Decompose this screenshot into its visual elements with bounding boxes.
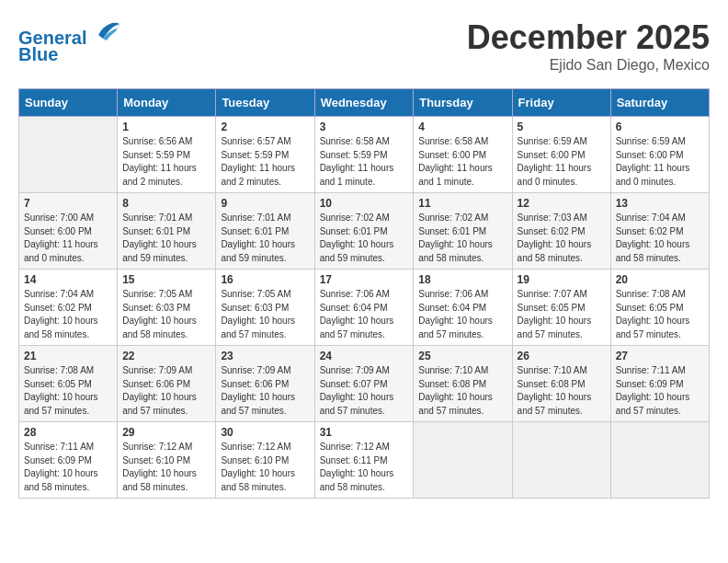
calendar-cell: 4Sunrise: 6:58 AMSunset: 6:00 PMDaylight… <box>414 117 512 193</box>
day-number: 25 <box>418 350 506 362</box>
calendar-cell: 31Sunrise: 7:12 AMSunset: 6:11 PMDayligh… <box>314 422 414 499</box>
day-number: 10 <box>320 197 409 210</box>
calendar-week-row: 14Sunrise: 7:04 AMSunset: 6:02 PMDayligh… <box>19 270 710 346</box>
column-header-friday: Friday <box>512 89 610 117</box>
calendar-cell: 21Sunrise: 7:08 AMSunset: 6:05 PMDayligh… <box>19 346 118 422</box>
day-number: 23 <box>221 350 309 362</box>
day-number: 4 <box>418 121 506 133</box>
day-info: Sunrise: 7:02 AMSunset: 6:01 PMDaylight:… <box>418 212 506 265</box>
day-info: Sunrise: 7:08 AMSunset: 6:05 PMDaylight:… <box>24 364 112 418</box>
day-info: Sunrise: 7:06 AMSunset: 6:04 PMDaylight:… <box>418 288 506 341</box>
logo: General Blue <box>18 18 121 64</box>
calendar-table: SundayMondayTuesdayWednesdayThursdayFrid… <box>18 88 710 499</box>
day-info: Sunrise: 7:10 AMSunset: 6:08 PMDaylight:… <box>418 364 506 418</box>
day-info: Sunrise: 6:59 AMSunset: 6:00 PMDaylight:… <box>518 135 606 189</box>
day-info: Sunrise: 7:10 AMSunset: 6:08 PMDaylight:… <box>518 364 606 418</box>
calendar-cell: 1Sunrise: 6:56 AMSunset: 5:59 PMDaylight… <box>118 117 216 193</box>
day-info: Sunrise: 7:02 AMSunset: 6:01 PMDaylight:… <box>320 212 409 265</box>
calendar-cell: 10Sunrise: 7:02 AMSunset: 6:01 PMDayligh… <box>314 193 414 270</box>
day-number: 31 <box>320 426 409 439</box>
day-number: 6 <box>616 121 704 133</box>
day-number: 16 <box>221 273 309 286</box>
day-number: 21 <box>24 350 112 362</box>
calendar-cell: 6Sunrise: 6:59 AMSunset: 6:00 PMDaylight… <box>610 117 709 193</box>
day-number: 27 <box>616 350 704 362</box>
day-number: 18 <box>418 273 506 286</box>
day-info: Sunrise: 6:56 AMSunset: 5:59 PMDaylight:… <box>122 135 210 189</box>
calendar-week-row: 28Sunrise: 7:11 AMSunset: 6:09 PMDayligh… <box>19 422 710 499</box>
column-header-saturday: Saturday <box>610 89 709 117</box>
column-header-thursday: Thursday <box>414 89 512 117</box>
day-number: 17 <box>320 273 409 286</box>
logo-blue: Blue <box>18 44 58 64</box>
column-header-monday: Monday <box>118 89 216 117</box>
calendar-cell <box>610 422 709 499</box>
title-block: December 2025 Ejido San Diego, Mexico <box>467 18 710 74</box>
calendar-cell <box>414 422 512 499</box>
calendar-week-row: 21Sunrise: 7:08 AMSunset: 6:05 PMDayligh… <box>19 346 710 422</box>
day-info: Sunrise: 7:11 AMSunset: 6:09 PMDaylight:… <box>24 441 112 494</box>
calendar-cell: 25Sunrise: 7:10 AMSunset: 6:08 PMDayligh… <box>414 346 512 422</box>
day-number: 30 <box>221 426 309 439</box>
calendar-cell: 15Sunrise: 7:05 AMSunset: 6:03 PMDayligh… <box>118 270 216 346</box>
day-number: 29 <box>122 426 210 439</box>
column-header-wednesday: Wednesday <box>314 89 414 117</box>
calendar-header-row: SundayMondayTuesdayWednesdayThursdayFrid… <box>19 89 710 117</box>
day-info: Sunrise: 7:04 AMSunset: 6:02 PMDaylight:… <box>616 212 704 265</box>
day-number: 2 <box>221 121 309 133</box>
calendar-week-row: 1Sunrise: 6:56 AMSunset: 5:59 PMDaylight… <box>19 117 710 193</box>
day-info: Sunrise: 7:07 AMSunset: 6:05 PMDaylight:… <box>518 288 606 341</box>
day-number: 14 <box>24 273 112 286</box>
day-info: Sunrise: 7:03 AMSunset: 6:02 PMDaylight:… <box>518 212 606 265</box>
day-info: Sunrise: 7:09 AMSunset: 6:06 PMDaylight:… <box>221 364 309 418</box>
day-number: 20 <box>616 273 704 286</box>
day-number: 9 <box>221 197 309 210</box>
day-info: Sunrise: 7:05 AMSunset: 6:03 PMDaylight:… <box>221 288 309 341</box>
logo-bird-icon <box>94 18 121 44</box>
calendar-cell: 17Sunrise: 7:06 AMSunset: 6:04 PMDayligh… <box>314 270 414 346</box>
day-info: Sunrise: 7:11 AMSunset: 6:09 PMDaylight:… <box>616 364 704 418</box>
day-info: Sunrise: 7:01 AMSunset: 6:01 PMDaylight:… <box>221 212 309 265</box>
calendar-cell: 18Sunrise: 7:06 AMSunset: 6:04 PMDayligh… <box>414 270 512 346</box>
day-number: 28 <box>24 426 112 439</box>
day-info: Sunrise: 7:01 AMSunset: 6:01 PMDaylight:… <box>122 212 210 265</box>
day-info: Sunrise: 7:04 AMSunset: 6:02 PMDaylight:… <box>24 288 112 341</box>
day-info: Sunrise: 7:12 AMSunset: 6:11 PMDaylight:… <box>320 441 409 494</box>
day-info: Sunrise: 6:58 AMSunset: 6:00 PMDaylight:… <box>418 135 506 189</box>
calendar-cell: 13Sunrise: 7:04 AMSunset: 6:02 PMDayligh… <box>610 193 709 270</box>
calendar-cell: 26Sunrise: 7:10 AMSunset: 6:08 PMDayligh… <box>512 346 610 422</box>
day-info: Sunrise: 6:59 AMSunset: 6:00 PMDaylight:… <box>616 135 704 189</box>
day-info: Sunrise: 7:12 AMSunset: 6:10 PMDaylight:… <box>221 441 309 494</box>
calendar-cell: 2Sunrise: 6:57 AMSunset: 5:59 PMDaylight… <box>216 117 314 193</box>
location-subtitle: Ejido San Diego, Mexico <box>467 57 710 74</box>
day-number: 3 <box>320 121 409 133</box>
day-number: 7 <box>24 197 112 210</box>
day-number: 19 <box>518 273 606 286</box>
day-info: Sunrise: 7:12 AMSunset: 6:10 PMDaylight:… <box>122 441 210 494</box>
calendar-cell: 28Sunrise: 7:11 AMSunset: 6:09 PMDayligh… <box>19 422 118 499</box>
calendar-cell: 16Sunrise: 7:05 AMSunset: 6:03 PMDayligh… <box>216 270 314 346</box>
day-info: Sunrise: 6:58 AMSunset: 5:59 PMDaylight:… <box>320 135 409 189</box>
day-info: Sunrise: 6:57 AMSunset: 5:59 PMDaylight:… <box>221 135 309 189</box>
calendar-cell: 12Sunrise: 7:03 AMSunset: 6:02 PMDayligh… <box>512 193 610 270</box>
day-number: 22 <box>122 350 210 362</box>
day-info: Sunrise: 7:00 AMSunset: 6:00 PMDaylight:… <box>24 212 112 265</box>
day-number: 26 <box>518 350 606 362</box>
calendar-cell <box>512 422 610 499</box>
day-info: Sunrise: 7:08 AMSunset: 6:05 PMDaylight:… <box>616 288 704 341</box>
calendar-cell: 29Sunrise: 7:12 AMSunset: 6:10 PMDayligh… <box>118 422 216 499</box>
calendar-cell: 9Sunrise: 7:01 AMSunset: 6:01 PMDaylight… <box>216 193 314 270</box>
month-title: December 2025 <box>467 18 710 57</box>
day-info: Sunrise: 7:09 AMSunset: 6:06 PMDaylight:… <box>122 364 210 418</box>
calendar-cell: 5Sunrise: 6:59 AMSunset: 6:00 PMDaylight… <box>512 117 610 193</box>
calendar-cell <box>19 117 118 193</box>
day-info: Sunrise: 7:09 AMSunset: 6:07 PMDaylight:… <box>320 364 409 418</box>
calendar-cell: 3Sunrise: 6:58 AMSunset: 5:59 PMDaylight… <box>314 117 414 193</box>
day-number: 11 <box>418 197 506 210</box>
day-number: 24 <box>320 350 409 362</box>
day-info: Sunrise: 7:06 AMSunset: 6:04 PMDaylight:… <box>320 288 409 341</box>
calendar-cell: 7Sunrise: 7:00 AMSunset: 6:00 PMDaylight… <box>19 193 118 270</box>
calendar-cell: 14Sunrise: 7:04 AMSunset: 6:02 PMDayligh… <box>19 270 118 346</box>
calendar-cell: 27Sunrise: 7:11 AMSunset: 6:09 PMDayligh… <box>610 346 709 422</box>
calendar-cell: 20Sunrise: 7:08 AMSunset: 6:05 PMDayligh… <box>610 270 709 346</box>
